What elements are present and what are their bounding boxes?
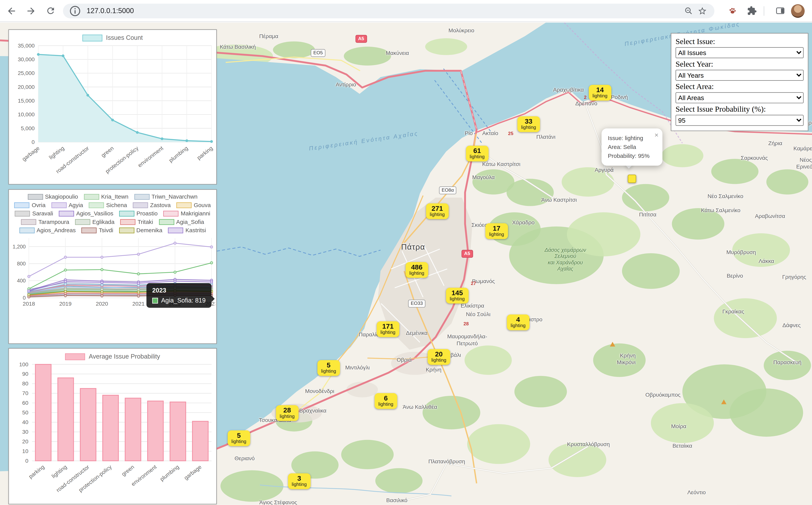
x-tick-label: parking (196, 145, 214, 161)
issue-marker[interactable]: 33lighting (517, 116, 540, 132)
issue-marker[interactable]: 271lighting (426, 203, 448, 219)
x-tick-label: 2020 (96, 301, 108, 307)
issue-marker[interactable]: 5lighting (317, 360, 340, 376)
issues-count-panel: Issues Count 05,00010,00015,00020,00025,… (8, 29, 217, 184)
issue-marker[interactable]: 61lighting (466, 146, 488, 162)
marker-count: 61 (470, 147, 484, 155)
marker-issue-label: lighting (380, 330, 395, 336)
issue-marker[interactable]: 20lighting (428, 349, 450, 365)
legend-item[interactable]: Agios_Andreas (19, 227, 76, 233)
legend-label: Skagiopoulio (45, 193, 78, 200)
legend-swatch (84, 194, 99, 200)
y-tick-label: 400 (17, 278, 26, 284)
select-area[interactable]: All Areas (676, 92, 804, 103)
marker-count: 3 (292, 475, 307, 482)
legend-swatch (59, 210, 74, 216)
issue-marker[interactable]: 171lighting (377, 321, 399, 337)
y-tick-label: 20,000 (18, 84, 35, 90)
legend-item[interactable]: Makrigianni (163, 210, 210, 216)
legend-item[interactable]: Saravali (15, 210, 53, 216)
select-issue[interactable]: All Issues (676, 47, 804, 58)
marker-issue-label: lighting (431, 358, 446, 363)
legend-item[interactable]: Skagiopoulio (28, 193, 78, 200)
issue-marker[interactable]: 4lighting (507, 315, 529, 330)
legend-item[interactable]: Tsivdi (82, 227, 113, 233)
marker-count: 486 (409, 264, 424, 271)
legend-item[interactable]: Gouva (177, 202, 211, 208)
select-probability[interactable]: 95 (676, 115, 804, 126)
issue-marker[interactable]: 6lighting (375, 393, 397, 409)
browser-toolbar: 127.0.0.1:5000 (0, 0, 812, 22)
selected-marker[interactable] (628, 175, 636, 183)
forward-icon (26, 5, 36, 16)
legend-swatch (159, 219, 174, 225)
issue-marker[interactable]: 486lighting (405, 262, 428, 278)
legend-item[interactable]: Proastio (119, 210, 158, 216)
issue-marker[interactable]: 145lighting (446, 288, 468, 304)
forward-button[interactable] (23, 3, 39, 19)
legend-label: Makrigianni (181, 210, 210, 216)
legend-label: Proastio (136, 210, 158, 216)
popup-probability-line: Probability: 95% (608, 152, 650, 161)
legend-item[interactable]: Agia_Sofia (159, 219, 204, 225)
chart-tooltip: 2023 Agia_Sofia: 819 (146, 283, 211, 308)
y-tick-label: 5,000 (21, 125, 35, 131)
legend-item[interactable]: Triwn_Navarchwn (134, 193, 198, 200)
address-bar[interactable]: 127.0.0.1:5000 (63, 3, 714, 18)
extensions-puzzle-icon[interactable] (744, 3, 760, 19)
legend-item[interactable]: Sichena (89, 202, 127, 208)
y-tick-label: 800 (17, 261, 26, 267)
select-year[interactable]: All Years (676, 70, 804, 81)
legend-swatch (15, 210, 30, 216)
y-tick-label: 10 (22, 448, 28, 454)
legend-item[interactable]: Zastova (133, 202, 171, 208)
legend-item[interactable]: Kastritsi (168, 227, 206, 233)
x-tick-label: parking (27, 464, 45, 480)
legend-swatch (21, 219, 36, 225)
legend-item[interactable]: Tritaki (120, 219, 153, 225)
issue-marker[interactable]: 17lighting (485, 223, 507, 239)
reload-button[interactable] (42, 3, 58, 19)
issue-marker[interactable]: 5lighting (228, 431, 250, 446)
legend-item[interactable]: Kria_Itewn (84, 193, 128, 200)
issue-marker[interactable]: 14lighting (589, 85, 611, 101)
legend-item[interactable]: Demenika (119, 227, 162, 233)
zoom-icon[interactable] (682, 4, 696, 18)
issues-count-legend[interactable]: Issues Count (9, 34, 216, 41)
legend-item[interactable]: Eglikada (75, 219, 115, 225)
avg-probability-chart[interactable]: 0102030405060708090100parkinglightingroa… (9, 360, 215, 498)
x-tick-label: green (100, 145, 115, 158)
legend-item[interactable]: Agios_Vasilios (59, 210, 113, 216)
legend-swatch (82, 227, 97, 233)
marker-issue-label: lighting (231, 440, 246, 445)
marker-count: 4 (511, 316, 526, 324)
popup-close-icon[interactable]: × (655, 130, 659, 141)
y-tick-label: 60 (22, 400, 28, 406)
issues-legend-swatch (82, 34, 102, 41)
profile-avatar[interactable] (791, 4, 805, 18)
select-issue-label: Select Issue: (676, 37, 804, 46)
side-panel-icon[interactable] (772, 3, 788, 19)
legend-item[interactable]: Agyia (51, 202, 83, 208)
bookmark-star-icon[interactable] (696, 4, 709, 18)
back-button[interactable] (4, 3, 19, 19)
map-popup: × Issue: lighting Area: Sella Probabilit… (601, 129, 662, 166)
legend-swatch (119, 227, 134, 233)
issues-count-chart[interactable]: 05,00010,00015,00020,00025,00030,00035,0… (9, 41, 215, 179)
y-tick-label: 100 (19, 361, 28, 367)
y-tick-label: 20 (22, 438, 28, 445)
marker-count: 271 (430, 205, 445, 212)
issue-marker[interactable]: 3lighting (288, 473, 310, 489)
area-legend: SkagiopoulioKria_ItewnTriwn_NavarchwnOvr… (9, 190, 216, 235)
legend-label: Triwn_Navarchwn (151, 193, 198, 200)
issue-marker[interactable]: 28lighting (276, 405, 298, 421)
url-text: 127.0.0.1:5000 (87, 7, 134, 15)
site-info-icon[interactable] (68, 4, 82, 18)
y-tick-label: 15,000 (18, 98, 35, 104)
avg-probability-legend[interactable]: Average Issue Probability (9, 353, 216, 360)
legend-item[interactable]: Tarampoura (21, 219, 69, 225)
legend-item[interactable]: Ovria (14, 202, 45, 208)
prob-legend-swatch (65, 353, 85, 360)
extension-paw-icon[interactable] (724, 3, 740, 19)
legend-label: Gouva (194, 202, 211, 208)
